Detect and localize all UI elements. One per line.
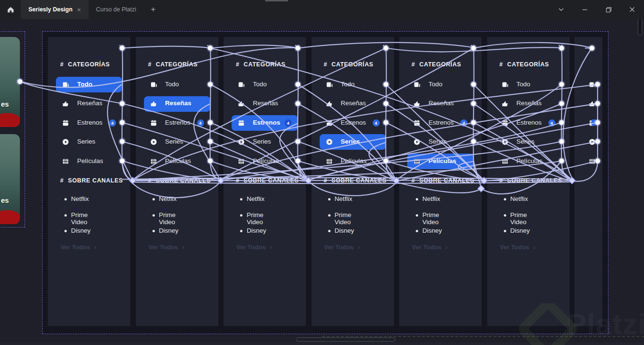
titlebar: Seriesly Design × Curso de Platzi + [0, 0, 644, 19]
ver-todos-link[interactable]: Ver Todos› [61, 244, 96, 251]
menu-item-series[interactable]: Series [312, 134, 394, 150]
menu-item-series[interactable]: Series [399, 134, 482, 150]
close-icon[interactable]: ✕ [557, 44, 564, 50]
thumbs-up-icon [150, 100, 157, 107]
vertical-scrollbar[interactable] [638, 18, 642, 36]
menu-item-label: Estrenos [429, 119, 454, 126]
menu-item-series[interactable]: Series [224, 134, 306, 150]
menu-item-estrenos[interactable]: Estrenos4 [48, 115, 130, 131]
menu-item-label: Estrenos [253, 119, 280, 126]
close-button[interactable] [620, 0, 644, 19]
frame-menu-peliculas[interactable]: ✕#CATEGORÍASTodoReseñasEstrenos4SeriesPe… [399, 37, 482, 326]
ver-todos-link[interactable]: Ver Todos› [412, 244, 447, 251]
ver-todos-link[interactable]: Ver Todos› [149, 244, 184, 251]
menu-item-label: Todo [429, 81, 442, 88]
design-canvas[interactable]: es es ✕#CATEGORÍASTodoReseñasEstrenos4Se… [0, 19, 644, 345]
close-icon[interactable]: ✕ [118, 44, 125, 50]
frame-menu-series[interactable]: ✕#CATEGORÍASTodoReseñasEstrenos4SeriesPe… [312, 37, 394, 326]
todo-icon [589, 81, 596, 88]
tab-curso-de-platzi[interactable]: Curso de Platzi [89, 0, 144, 19]
frame-menu-partial[interactable] [574, 37, 602, 326]
menu-item-series[interactable] [574, 134, 602, 150]
menu-item-todo[interactable]: Todo [48, 77, 130, 93]
home-button[interactable] [0, 0, 21, 19]
menu-item-todo[interactable]: Todo [487, 77, 570, 93]
channel-label: Netflix [422, 195, 440, 202]
tab-seriesly-design[interactable]: Seriesly Design × [21, 0, 89, 19]
menu-item-todo[interactable]: Todo [224, 77, 306, 93]
menu-item-peliculas[interactable]: Películas [136, 154, 218, 170]
frame-menu-estrenos[interactable]: ✕#CATEGORÍASTodoReseñasEstrenos4SeriesPe… [224, 37, 306, 326]
ver-todos-link[interactable]: Ver Todos› [324, 244, 360, 251]
play-circle-icon [62, 138, 69, 145]
menu-item-series[interactable]: Series [48, 134, 130, 150]
menu-item-estrenos[interactable] [574, 115, 602, 131]
hash-icon: # [148, 61, 152, 68]
tab-close-icon[interactable]: × [77, 7, 81, 13]
frame-menu-todo[interactable]: ✕#CATEGORÍASTodoReseñasEstrenos4SeriesPe… [48, 37, 130, 326]
menu-item-todo[interactable]: Todo [136, 77, 218, 93]
close-icon[interactable]: ✕ [382, 44, 388, 50]
close-icon[interactable]: ✕ [469, 44, 476, 50]
channel-label: Prime Video [247, 211, 263, 226]
categories-heading: #CATEGORÍAS [324, 61, 374, 68]
menu-item-todo[interactable] [574, 77, 602, 93]
menu-item-peliculas[interactable] [574, 154, 602, 170]
channel-label: Disney [335, 227, 354, 234]
frame-menu-resenas[interactable]: ✕#CATEGORÍASTodoReseñasEstrenos4SeriesPe… [136, 37, 218, 326]
menu-item-label: Películas [429, 157, 456, 164]
menu-item-resenas[interactable]: Reseñas [487, 96, 570, 112]
menu-item-peliculas[interactable]: Películas [399, 154, 482, 170]
menu-item-label: Series [517, 138, 535, 145]
thumbnail-frame-2[interactable]: es [0, 134, 20, 224]
play-circle-icon [150, 138, 157, 145]
menu-item-resenas[interactable]: Reseñas [136, 96, 218, 112]
ver-todos-link[interactable]: Ver Todos› [500, 244, 536, 251]
menu-item-estrenos[interactable]: Estrenos4 [136, 115, 218, 131]
menu-item-peliculas[interactable]: Películas [312, 154, 394, 170]
film-icon [62, 158, 69, 165]
thumbnail-text: es [1, 196, 9, 204]
close-icon[interactable]: ✕ [206, 44, 213, 50]
restore-button[interactable] [597, 0, 620, 19]
menu-item-series[interactable]: Series [136, 134, 218, 150]
calendar-icon [326, 119, 333, 127]
menu-item-series[interactable]: Series [487, 134, 570, 150]
chevron-right-icon: › [358, 244, 359, 251]
ver-todos-link[interactable]: Ver Todos› [236, 244, 272, 251]
hash-icon: # [500, 61, 503, 68]
new-tab-button[interactable]: + [143, 0, 162, 19]
menu-item-estrenos[interactable]: Estrenos4 [487, 115, 570, 131]
horizontal-scrollbar[interactable] [296, 337, 395, 342]
menu-item-estrenos[interactable]: Estrenos4 [224, 115, 306, 131]
minimize-button[interactable] [573, 0, 597, 19]
thumbnail-frame-1[interactable]: es [0, 37, 20, 127]
chevron-down-icon[interactable] [549, 0, 573, 19]
bullet-icon [416, 230, 418, 232]
menu-item-resenas[interactable]: Reseñas [399, 96, 482, 112]
channel-label: Disney [71, 227, 90, 234]
channels-heading: #SOBRE CANALES [324, 177, 387, 184]
menu-item-resenas[interactable]: Reseñas [48, 96, 130, 112]
menu-item-resenas[interactable] [574, 96, 602, 112]
menu-item-peliculas[interactable]: Películas [224, 154, 306, 170]
menu-item-estrenos[interactable]: Estrenos4 [399, 115, 482, 131]
frame-menu-default[interactable]: ✕#CATEGORÍASTodoReseñasEstrenos4SeriesPe… [487, 37, 570, 326]
menu-item-estrenos[interactable]: Estrenos4 [312, 115, 394, 131]
close-icon[interactable]: ✕ [294, 44, 300, 50]
menu-item-peliculas[interactable]: Películas [487, 154, 570, 170]
menu-item-todo[interactable]: Todo [312, 77, 394, 93]
menu-item-todo[interactable]: Todo [399, 77, 482, 93]
hash-icon: # [411, 61, 415, 68]
menu-item-peliculas[interactable]: Películas [48, 154, 130, 170]
hash-icon: # [236, 61, 240, 68]
film-icon [413, 158, 420, 165]
todo-icon [62, 81, 69, 88]
menu-item-resenas[interactable]: Reseñas [224, 96, 306, 112]
menu-item-resenas[interactable]: Reseñas [312, 96, 394, 112]
bullet-icon [504, 214, 506, 217]
bullet-icon [240, 198, 242, 200]
categories-heading: #CATEGORÍAS [148, 61, 198, 68]
channel-label: Prime Video [422, 211, 439, 226]
badge-count: 4 [373, 119, 380, 127]
